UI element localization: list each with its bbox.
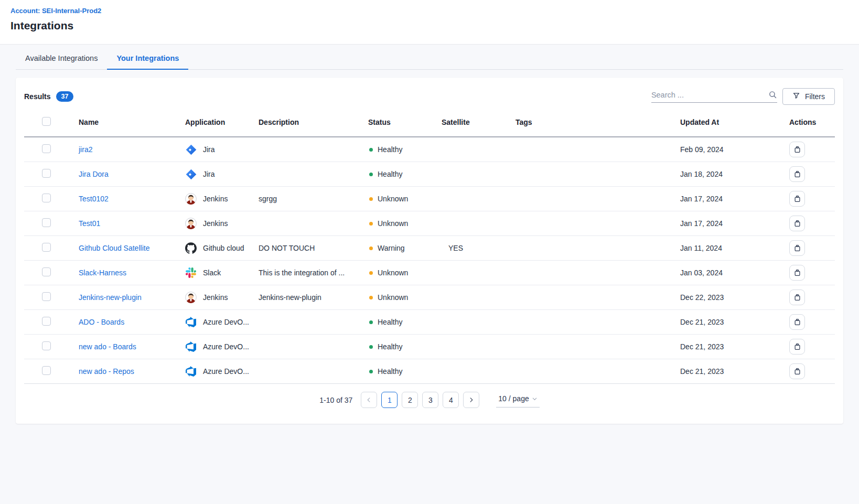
application-label: Azure DevO... [203, 318, 249, 326]
search-input[interactable] [651, 91, 768, 99]
filters-button[interactable]: Filters [782, 88, 835, 105]
page-buttons: 1234 [381, 392, 459, 408]
status-dot [369, 370, 373, 373]
table-row: new ado - ReposAzure DevO...HealthyDec 2… [24, 359, 835, 384]
delete-button[interactable] [789, 142, 805, 157]
trash-icon [793, 170, 801, 178]
delete-button[interactable] [789, 191, 805, 207]
row-checkbox[interactable] [42, 218, 51, 227]
next-page-button[interactable] [463, 392, 479, 408]
column-header-updated-at: Updated At [678, 118, 786, 126]
search-icon [768, 90, 777, 99]
status-label: Healthy [378, 145, 402, 154]
status-label: Unknown [378, 293, 408, 302]
page-header: Account: SEI-Internal-Prod2 Integrations [0, 0, 859, 45]
status-label: Unknown [378, 195, 408, 203]
slack-icon [185, 267, 197, 278]
row-checkbox[interactable] [42, 292, 51, 301]
delete-button[interactable] [789, 265, 805, 281]
tab-available-integrations[interactable]: Available Integrations [16, 54, 107, 70]
row-checkbox[interactable] [42, 194, 51, 202]
delete-button[interactable] [789, 363, 805, 379]
table-row: Test0102JenkinssgrggUnknownJan 17, 2024 [24, 187, 835, 211]
filter-funnel-icon [792, 92, 800, 101]
status-dot [369, 173, 373, 176]
page-size-select[interactable]: 10 / page [496, 392, 539, 408]
updated-at-cell: Jan 17, 2024 [678, 195, 786, 203]
row-checkbox[interactable] [42, 243, 51, 252]
updated-at-cell: Dec 21, 2023 [678, 342, 786, 351]
updated-at-cell: Dec 21, 2023 [678, 367, 786, 376]
trash-icon [793, 342, 801, 351]
column-header-actions: Actions [786, 118, 835, 126]
select-all-checkbox[interactable] [42, 117, 51, 126]
integration-name-link[interactable]: Test01 [79, 219, 100, 228]
page-button-3[interactable]: 3 [422, 392, 438, 408]
pagination-range-label: 1-10 of 37 [319, 396, 352, 404]
page-button-2[interactable]: 2 [402, 392, 418, 408]
results-label: Results [24, 92, 51, 101]
integration-name-link[interactable]: Jira Dora [79, 170, 109, 178]
chevron-left-icon [366, 397, 372, 403]
delete-button[interactable] [789, 289, 805, 305]
integration-name-link[interactable]: new ado - Repos [79, 367, 134, 376]
row-checkbox[interactable] [42, 366, 51, 375]
status-label: Healthy [378, 170, 402, 178]
tab-bar: Available Integrations Your Integrations [16, 45, 843, 70]
row-checkbox[interactable] [42, 267, 51, 276]
integration-name-link[interactable]: ADO - Boards [79, 318, 124, 326]
search-field [651, 90, 777, 103]
application-label: Azure DevO... [203, 342, 249, 351]
trash-icon [793, 367, 801, 376]
row-checkbox[interactable] [42, 144, 51, 153]
row-checkbox[interactable] [42, 169, 51, 178]
application-label: Jira [203, 170, 215, 178]
application-label: Slack [203, 269, 221, 277]
integration-name-link[interactable]: Test0102 [79, 195, 109, 203]
jira-icon [185, 169, 197, 180]
jenkins-icon [185, 218, 197, 229]
status-dot [369, 271, 373, 275]
azure-devops-icon [185, 366, 197, 377]
integration-name-link[interactable]: Slack-Harness [79, 269, 126, 277]
status-dot [369, 320, 373, 324]
status-label: Healthy [378, 367, 402, 376]
status-label: Unknown [378, 219, 408, 228]
trash-icon [793, 293, 801, 302]
account-breadcrumb-link[interactable]: Account: SEI-Internal-Prod2 [10, 7, 859, 15]
status-label: Healthy [378, 342, 402, 351]
table-row: jira2JiraHealthyFeb 09, 2024 [24, 137, 835, 162]
integration-name-link[interactable]: new ado - Boards [79, 342, 136, 351]
integration-name-link[interactable]: Github Cloud Satellite [79, 244, 149, 252]
row-checkbox[interactable] [42, 341, 51, 350]
status-dot [369, 197, 373, 201]
delete-button[interactable] [789, 314, 805, 330]
delete-button[interactable] [789, 240, 805, 256]
trash-icon [793, 219, 801, 228]
page-button-1[interactable]: 1 [381, 392, 398, 408]
trash-icon [793, 145, 801, 154]
column-header-application: Application [185, 118, 259, 126]
integration-name-link[interactable]: Jenkins-new-plugin [79, 293, 142, 302]
application-label: Github cloud [203, 244, 244, 252]
delete-button[interactable] [789, 216, 805, 231]
table-row: Jira DoraJiraHealthyJan 18, 2024 [24, 162, 835, 187]
tab-your-integrations[interactable]: Your Integrations [107, 54, 188, 70]
integration-name-link[interactable]: jira2 [79, 145, 92, 154]
delete-button[interactable] [789, 166, 805, 182]
jira-icon [185, 144, 197, 155]
row-checkbox[interactable] [42, 317, 51, 326]
prev-page-button[interactable] [361, 392, 377, 408]
jenkins-icon [185, 193, 197, 205]
page-button-4[interactable]: 4 [443, 392, 459, 408]
results-summary: Results 37 [24, 91, 73, 102]
description-cell: DO NOT TOUCH [259, 244, 368, 252]
pagination: 1-10 of 37 1234 10 / page [24, 392, 835, 408]
updated-at-cell: Jan 17, 2024 [678, 219, 786, 228]
table-row: Jenkins-new-pluginJenkinsJenkins-new-plu… [24, 285, 835, 310]
application-label: Jenkins [203, 293, 228, 302]
jenkins-icon [185, 292, 197, 303]
status-dot [369, 246, 373, 250]
delete-button[interactable] [789, 339, 805, 355]
updated-at-cell: Jan 11, 2024 [678, 244, 786, 252]
